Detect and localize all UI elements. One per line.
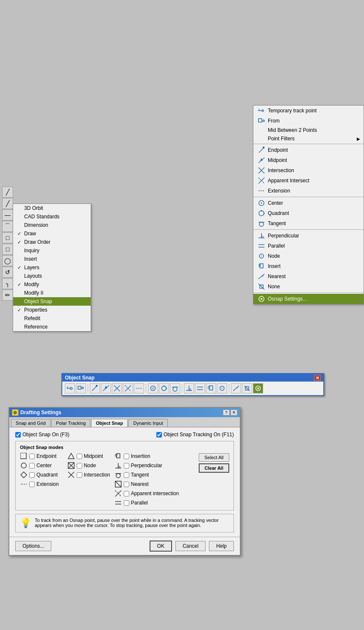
help-button[interactable]: Help: [209, 541, 234, 551]
toolbar-item-3d-orbit[interactable]: 3D Orbit: [13, 204, 91, 212]
osnap-btn-insert[interactable]: [206, 383, 216, 393]
clear-all-button[interactable]: Clear All: [199, 463, 229, 473]
intersection-checkbox[interactable]: [77, 472, 82, 478]
quadrant-checkbox[interactable]: [29, 472, 35, 478]
toolbar-item-modify2[interactable]: Modify II: [13, 289, 91, 297]
osnap-btn-from[interactable]: [76, 383, 86, 393]
center-icon: [257, 199, 266, 207]
menu-mid-between[interactable]: Mid Between 2 Points: [253, 126, 364, 134]
osnap-btn-apparent[interactable]: [123, 383, 133, 393]
menu-none[interactable]: None: [253, 282, 364, 292]
osnap-btn-perpendicular[interactable]: [184, 383, 194, 393]
osnap-btn-quadrant[interactable]: [159, 383, 169, 393]
nearest-checkbox[interactable]: [124, 482, 129, 487]
osnap-toolbar-close[interactable]: ✕: [314, 375, 321, 381]
toolbar-item-layers[interactable]: ✓ Layers: [13, 263, 91, 272]
menu-perpendicular[interactable]: Perpendicular: [253, 231, 364, 241]
menu-tangent[interactable]: Tangent: [253, 218, 364, 229]
menu-center[interactable]: Center: [253, 198, 364, 208]
toolbar-item-inquiry[interactable]: Inquiry: [13, 246, 91, 255]
svg-point-50: [153, 388, 154, 389]
toolbar-item-reference[interactable]: Reference: [13, 323, 91, 331]
insertion-checkbox[interactable]: [124, 454, 129, 459]
extension-checkbox[interactable]: [29, 482, 35, 487]
toolbar-btn-4[interactable]: ⌒: [2, 221, 13, 232]
osnap-btn-nearest[interactable]: [231, 383, 241, 393]
toolbar-item-properties[interactable]: ✓ Properties: [13, 306, 91, 314]
midpoint-checkbox[interactable]: [77, 454, 82, 459]
drafting-settings-app-icon: ⚙: [12, 409, 19, 416]
toolbar-btn-5[interactable]: □: [2, 232, 13, 243]
menu-osnap-settings[interactable]: Osnap Settings...: [253, 294, 364, 304]
endpoint-checkbox[interactable]: [29, 454, 35, 459]
toolbar-item-dimension[interactable]: Dimension: [13, 221, 91, 229]
toolbar-btn-3[interactable]: —: [2, 209, 13, 220]
svg-point-4: [263, 120, 264, 122]
tracking-on-checkbox[interactable]: [156, 432, 162, 438]
osnap-btn-parallel[interactable]: [195, 383, 205, 393]
menu-from[interactable]: From: [253, 116, 364, 126]
toolbar-item-layouts[interactable]: Layouts: [13, 272, 91, 280]
node-checkbox[interactable]: [77, 463, 82, 468]
toolbar-item-insert[interactable]: Insert: [13, 255, 91, 263]
osnap-btn-midpoint[interactable]: [101, 383, 111, 393]
menu-parallel[interactable]: Parallel: [253, 241, 364, 251]
parallel-checkbox[interactable]: [124, 500, 129, 506]
menu-midpoint[interactable]: Midpoint: [253, 155, 364, 165]
options-button[interactable]: Options...: [15, 541, 51, 551]
snap-on-checkbox[interactable]: [15, 432, 21, 438]
osnap-btn-tangent[interactable]: [170, 383, 180, 393]
perpendicular-checkbox[interactable]: [124, 463, 129, 468]
tab-snap-grid[interactable]: Snap and Grid: [11, 419, 50, 427]
osnap-btn-endpoint[interactable]: [90, 383, 100, 393]
toolbar-item-refedit[interactable]: Refedit: [13, 314, 91, 323]
dialog-help-btn[interactable]: ?: [223, 410, 230, 415]
toolbar-btn-10[interactable]: ✏: [2, 290, 13, 301]
menu-insert[interactable]: Insert: [253, 261, 364, 271]
svg-marker-73: [68, 453, 74, 459]
snap-on-label[interactable]: Object Snap On (F3): [15, 432, 69, 438]
osnap-btn-center[interactable]: [148, 383, 158, 393]
menu-point-filters[interactable]: Point Filters ▶: [253, 134, 364, 143]
osnap-btn-node[interactable]: [217, 383, 227, 393]
toolbar-btn-2[interactable]: ╱: [2, 198, 13, 209]
svg-rect-72: [20, 453, 26, 459]
osnap-btn-settings[interactable]: [253, 383, 263, 393]
toolbar-btn-9[interactable]: ╮: [2, 278, 13, 289]
toolbar-item-cad-standards[interactable]: CAD Standards: [13, 212, 91, 221]
apparent-checkbox[interactable]: [124, 491, 129, 496]
center-checkbox[interactable]: [29, 463, 35, 468]
toolbar-item-modify[interactable]: ✓ Modify: [13, 280, 91, 289]
menu-intersection[interactable]: Intersection: [253, 165, 364, 176]
toolbar-item-draw[interactable]: ✓ Draw: [13, 229, 91, 238]
tab-dynamic-input[interactable]: Dynamic Input: [128, 419, 167, 427]
toolbar-item-object-snap[interactable]: Object Snap: [13, 297, 91, 306]
toolbar-btn-6[interactable]: □: [2, 244, 13, 255]
osnap-btn-track[interactable]: [65, 383, 75, 393]
menu-quadrant[interactable]: Quadrant: [253, 208, 364, 218]
toolbar-btn-7[interactable]: ◯: [2, 255, 13, 266]
ok-button[interactable]: OK: [150, 541, 172, 552]
osnap-btn-intersection[interactable]: [112, 383, 122, 393]
tab-object-snap[interactable]: Object Snap: [91, 419, 128, 427]
menu-endpoint[interactable]: Endpoint: [253, 145, 364, 155]
dialog-close-btn[interactable]: ✕: [231, 410, 237, 415]
toolbar-item-draw-order[interactable]: ✓ Draw Order: [13, 238, 91, 246]
menu-nearest[interactable]: Nearest: [253, 271, 364, 282]
select-all-button[interactable]: Select All: [199, 453, 229, 462]
osnap-btn-none[interactable]: [242, 383, 252, 393]
tracking-on-label[interactable]: Object Snap Tracking On (F11): [156, 432, 234, 438]
toolbar-btn-8[interactable]: ↺: [2, 267, 13, 278]
osnap-btn-extension[interactable]: [134, 383, 144, 393]
toolbar-btn-1[interactable]: ╱: [2, 187, 13, 198]
midpoint-mode-icon: [67, 452, 75, 460]
cancel-button[interactable]: Cancel: [175, 541, 206, 551]
tangent-checkbox[interactable]: [124, 472, 129, 478]
tangent-icon: [257, 220, 266, 227]
menu-temp-track[interactable]: Temporary track point: [253, 106, 364, 116]
menu-node[interactable]: Node: [253, 251, 364, 261]
tab-polar-tracking[interactable]: Polar Tracking: [51, 419, 90, 427]
menu-extension[interactable]: Extension: [253, 186, 364, 196]
svg-point-39: [82, 387, 83, 389]
menu-apparent-intersect[interactable]: Apparent Intersect: [253, 176, 364, 186]
